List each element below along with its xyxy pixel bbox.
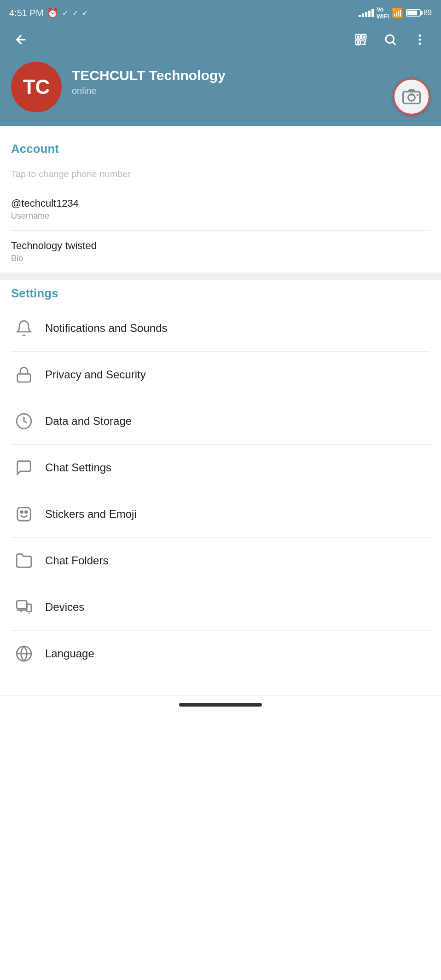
qr-code-button[interactable]	[351, 29, 371, 50]
svg-rect-5	[357, 41, 359, 44]
status-bar: 4:51 PM ⏰ ✓ ✓ ✓ VoWiFi 📶 89	[0, 0, 441, 24]
signal-bars	[359, 9, 374, 17]
settings-item-notifications[interactable]: Notifications and Sounds	[11, 305, 430, 352]
svg-point-10	[386, 35, 394, 43]
section-divider	[0, 273, 441, 280]
status-bar-right: VoWiFi 📶 89	[359, 6, 432, 20]
settings-section-title: Settings	[11, 280, 430, 305]
data-label: Data and Storage	[45, 415, 132, 428]
nav-right-icons	[351, 29, 430, 50]
devices-icon	[11, 594, 37, 620]
battery-level: 89	[424, 9, 432, 17]
sticker-icon	[11, 501, 37, 527]
stickers-label: Stickers and Emoji	[45, 508, 137, 521]
bio-label: Bio	[11, 254, 430, 263]
time-display: 4:51 PM	[9, 8, 43, 18]
profile-info: TECHCULT Technology online	[72, 67, 226, 96]
username-value: @techcult1234	[11, 197, 430, 209]
settings-item-language[interactable]: Language	[11, 631, 430, 677]
check-icons: ✓ ✓ ✓	[62, 9, 89, 17]
settings-item-devices[interactable]: Devices	[11, 584, 430, 631]
account-section: Account Tap to change phone number @tech…	[0, 126, 441, 273]
language-label: Language	[45, 647, 94, 660]
battery-icon	[406, 9, 421, 17]
profile-name: TECHCULT Technology	[72, 67, 226, 84]
svg-point-11	[419, 35, 421, 37]
avatar: TC	[11, 62, 62, 112]
svg-rect-3	[363, 35, 365, 38]
home-indicator	[179, 703, 262, 707]
phone-hint[interactable]: Tap to change phone number	[11, 161, 430, 188]
svg-point-23	[25, 511, 27, 513]
bio-item[interactable]: Technology twisted Bio	[11, 231, 430, 273]
language-icon	[11, 641, 37, 667]
account-section-title: Account	[11, 135, 430, 161]
svg-point-12	[419, 39, 421, 41]
top-nav	[0, 24, 441, 57]
bio-value: Technology twisted	[11, 240, 430, 252]
svg-rect-8	[361, 44, 366, 45]
svg-rect-25	[27, 604, 31, 612]
back-button[interactable]	[11, 29, 31, 50]
bell-icon	[11, 315, 37, 341]
wifi-icon: 📶	[392, 7, 403, 18]
username-label: Username	[11, 211, 430, 221]
vo-wifi-label: VoWiFi	[377, 6, 389, 20]
folders-label: Chat Folders	[45, 554, 108, 567]
add-photo-icon	[401, 87, 422, 107]
alarm-icon: ⏰	[47, 7, 58, 18]
settings-item-chat[interactable]: Chat Settings	[11, 445, 430, 491]
chat-label: Chat Settings	[45, 461, 111, 474]
privacy-label: Privacy and Security	[45, 368, 146, 381]
chat-icon	[11, 455, 37, 481]
settings-item-stickers[interactable]: Stickers and Emoji	[11, 491, 430, 538]
svg-rect-7	[365, 40, 366, 42]
settings-item-data[interactable]: Data and Storage	[11, 398, 430, 445]
profile-status: online	[72, 86, 226, 96]
svg-rect-6	[361, 40, 364, 41]
status-bar-left: 4:51 PM ⏰ ✓ ✓ ✓	[9, 7, 89, 18]
bottom-navigation-bar	[0, 695, 441, 716]
devices-label: Devices	[45, 601, 84, 614]
settings-item-privacy[interactable]: Privacy and Security	[11, 352, 430, 398]
svg-rect-24	[17, 601, 27, 609]
settings-item-folders[interactable]: Chat Folders	[11, 538, 430, 584]
lock-icon	[11, 362, 37, 388]
notifications-label: Notifications and Sounds	[45, 322, 168, 335]
more-options-button[interactable]	[410, 29, 430, 50]
svg-point-13	[419, 42, 421, 45]
svg-rect-21	[17, 508, 31, 521]
settings-section: Settings Notifications and Sounds Privac…	[0, 280, 441, 677]
svg-rect-1	[357, 35, 359, 38]
folder-icon	[11, 548, 37, 574]
profile-header: TC TECHCULT Technology online	[0, 57, 441, 126]
add-photo-button[interactable]	[393, 78, 430, 115]
data-icon	[11, 408, 37, 434]
search-button[interactable]	[380, 29, 400, 50]
avatar-initials: TC	[23, 75, 50, 99]
svg-point-22	[21, 511, 23, 513]
svg-rect-19	[17, 374, 31, 382]
username-item[interactable]: @techcult1234 Username	[11, 188, 430, 231]
svg-rect-9	[364, 41, 365, 44]
